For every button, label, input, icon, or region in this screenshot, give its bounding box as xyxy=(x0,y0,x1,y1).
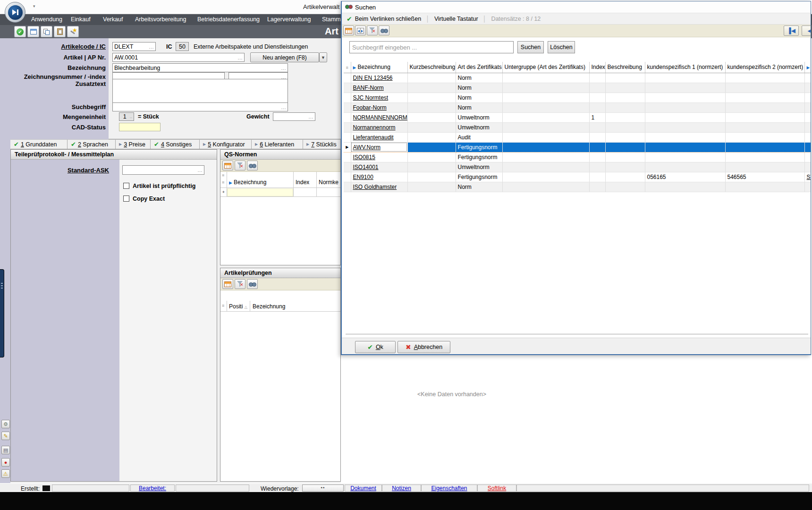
copy-button[interactable] xyxy=(41,26,52,37)
table-row-lieferantenaudit[interactable]: LieferantenauditAudit xyxy=(344,132,811,142)
note-button[interactable]: ▤ xyxy=(1,446,10,454)
qs-new-row-cell[interactable] xyxy=(227,188,293,196)
quick-access-arrow-icon[interactable]: ▾ xyxy=(33,4,35,8)
cell-beschreibung[interactable] xyxy=(605,132,645,142)
cell-untergruppe[interactable] xyxy=(502,83,589,93)
menu-item-anwendung[interactable]: Anwendung xyxy=(31,16,62,23)
softlink-link[interactable]: Softlink xyxy=(488,485,506,492)
cell-index[interactable] xyxy=(589,132,605,142)
cell-untergruppe[interactable] xyxy=(502,182,589,192)
tab-lieferanten[interactable]: ▶6 Lieferanten xyxy=(252,140,303,149)
cell-kurz[interactable] xyxy=(407,172,456,182)
cell-bezeichnung[interactable]: BANF-Norm xyxy=(351,83,407,93)
cell-bezeichnung[interactable]: AWV.Norm xyxy=(351,142,407,152)
confirm-button[interactable]: ✔ xyxy=(14,26,26,37)
cell-beschreibung[interactable] xyxy=(605,73,645,83)
dialog-title-bar[interactable]: Suchen xyxy=(342,1,811,13)
cell-index[interactable] xyxy=(589,122,605,132)
cell-k1[interactable] xyxy=(645,182,725,192)
cell-extra[interactable] xyxy=(804,142,811,152)
cell-index[interactable] xyxy=(589,182,605,192)
record-button[interactable]: ● xyxy=(1,458,10,467)
cell-art[interactable]: Fertigungsnorm xyxy=(456,172,502,182)
cell-art[interactable]: Norm xyxy=(456,182,502,192)
cell-extra[interactable] xyxy=(804,93,811,102)
artikelcode-field[interactable]: DLEXT… xyxy=(112,42,156,51)
filter-clear-button[interactable]: ✕ xyxy=(235,279,245,289)
menu-item-einkauf[interactable]: Einkauf xyxy=(71,16,91,23)
ok-button[interactable]: ✔ Ok xyxy=(355,341,396,353)
qs-col-bezeichnung[interactable]: ▶Bezeichnung xyxy=(229,179,293,186)
col-index[interactable]: Index xyxy=(589,62,605,73)
cell-extra[interactable] xyxy=(804,132,811,142)
cell-k1[interactable] xyxy=(645,162,725,172)
cell-k2[interactable] xyxy=(725,112,804,122)
bezeichnung-field[interactable]: Blechbearbeitung… xyxy=(112,63,288,72)
cell-bezeichnung[interactable]: Normannennorm xyxy=(351,122,407,132)
cell-art[interactable]: Umweltnorm xyxy=(456,112,502,122)
cell-extra[interactable] xyxy=(804,102,811,112)
table-row-din-en-123456[interactable]: DIN EN 123456Norm xyxy=(344,73,811,83)
cell-k1[interactable] xyxy=(645,73,725,83)
artikel-field[interactable]: AW.0001… xyxy=(112,53,245,62)
cell-art[interactable]: Fertigungsnorm xyxy=(456,152,502,162)
loeschen-button[interactable]: Löschen xyxy=(548,41,575,53)
cell-untergruppe[interactable] xyxy=(502,102,589,112)
eigenschaften-link[interactable]: Eigenschaften xyxy=(431,485,467,492)
cell-bezeichnung[interactable]: EN9100 xyxy=(351,172,407,182)
artikelcode-label[interactable]: Artikelcode / IC xyxy=(61,43,106,50)
cell-extra[interactable] xyxy=(804,152,811,162)
table-row-banf-norm[interactable]: BANF-NormNorm xyxy=(344,83,811,93)
cell-beschreibung[interactable] xyxy=(605,93,645,102)
cell-beschreibung[interactable] xyxy=(605,112,645,122)
cell-k1[interactable] xyxy=(645,122,725,132)
split-columns-button[interactable] xyxy=(355,26,366,35)
tab-stücklis[interactable]: ▶7 Stücklis xyxy=(303,140,341,149)
col-art-des-zertifikats[interactable]: Art des Zertifikats xyxy=(456,62,502,73)
cell-k1[interactable] xyxy=(645,152,725,162)
table-row-en9100[interactable]: EN9100Fertigungsnorm056165546565ST xyxy=(344,172,811,182)
cell-extra[interactable]: ST xyxy=(804,172,811,182)
ic-value-field[interactable]: 50 xyxy=(176,42,189,51)
filter-clear-button[interactable]: ✕ xyxy=(367,26,378,35)
cell-kurz[interactable] xyxy=(407,102,456,112)
cell-extra[interactable] xyxy=(804,122,811,132)
cell-beschreibung[interactable] xyxy=(605,162,645,172)
tab-preise[interactable]: ▶3 Preise xyxy=(116,140,151,149)
cell-kurz[interactable] xyxy=(407,152,456,162)
cell-kurz[interactable] xyxy=(407,83,456,93)
cell-k1[interactable] xyxy=(645,112,725,122)
cell-extra[interactable] xyxy=(804,182,811,192)
col-bezeichnung[interactable]: ▶Bezeichnung xyxy=(351,62,407,73)
search-button[interactable] xyxy=(247,279,258,289)
cell-art[interactable]: Umweltnorm xyxy=(456,122,502,132)
cell-k2[interactable] xyxy=(725,182,804,192)
cell-index[interactable] xyxy=(589,162,605,172)
cell-kurz[interactable] xyxy=(407,122,456,132)
table-row-iso14001[interactable]: ISO14001Umweltnorm xyxy=(344,162,811,172)
cell-bezeichnung[interactable]: ISO Goldhamster xyxy=(351,182,407,192)
col-kurzbeschreibung[interactable]: Kurzbeschreibung xyxy=(407,62,456,73)
table-row-normannennorm[interactable]: NORMANNENNORMUmweltnorm1 xyxy=(344,112,811,122)
filter-clear-button[interactable]: ✕ xyxy=(235,161,245,170)
col-overflow[interactable]: ▶ xyxy=(804,62,811,73)
cell-index[interactable] xyxy=(589,93,605,102)
table-row-iso-goldhamster[interactable]: ISO GoldhamsterNorm xyxy=(344,182,811,192)
cell-kurz[interactable] xyxy=(407,162,456,172)
pruef-col-bezeichnung[interactable]: Bezeichnung xyxy=(253,303,338,310)
cell-beschreibung[interactable] xyxy=(605,142,645,152)
cell-art[interactable]: Audit xyxy=(456,132,502,142)
search-button[interactable] xyxy=(379,26,389,35)
cell-art[interactable]: Umweltnorm xyxy=(456,162,502,172)
cell-kurz[interactable] xyxy=(407,142,456,152)
cell-beschreibung[interactable] xyxy=(605,182,645,192)
menu-item-stamm[interactable]: Stamm xyxy=(322,16,341,23)
table-row-sjc-normtest[interactable]: SJC NormtestNorm xyxy=(344,93,811,102)
cell-untergruppe[interactable] xyxy=(502,112,589,122)
cell-k2[interactable] xyxy=(725,142,804,152)
notizen-link[interactable]: Notizen xyxy=(392,485,411,492)
cell-k2[interactable] xyxy=(725,102,804,112)
cell-bezeichnung[interactable]: Foobar-Norm xyxy=(351,102,407,112)
pruefpflichtig-checkbox[interactable] xyxy=(123,183,129,189)
neu-anlegen-dropdown[interactable]: ▼ xyxy=(319,52,327,62)
